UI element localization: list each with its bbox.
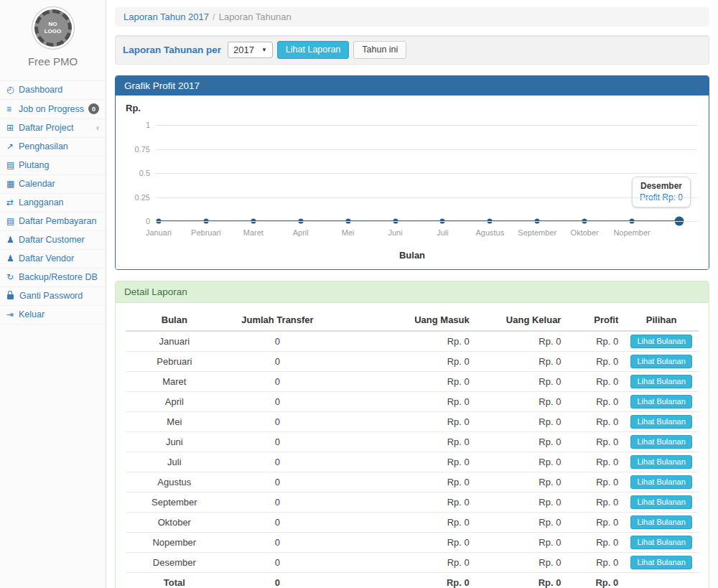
cell-jumlah_transfer: 0: [223, 452, 332, 472]
x-tick-label: Pebruari: [191, 228, 221, 237]
total-uang_masuk: Rp. 0: [332, 573, 475, 588]
sidebar-item-daftar-pembayaran[interactable]: ▤Daftar Pembayaran: [0, 213, 106, 231]
cell-uang_masuk: Rp. 0: [332, 553, 475, 573]
x-tick-label: Nopember: [613, 228, 650, 237]
cell-bulan: Maret: [126, 372, 223, 392]
gridline: [156, 125, 697, 126]
view-monthly-button-april[interactable]: Lihat Bulanan: [630, 395, 691, 409]
cell-uang_keluar: Rp. 0: [475, 372, 567, 392]
cell-uang_keluar: Rp. 0: [475, 452, 567, 472]
cell-jumlah_transfer: 0: [223, 432, 332, 452]
table-row-juni: Juni0Rp. 0Rp. 0Rp. 0Lihat Bulanan: [126, 432, 699, 452]
cell-action: Lihat Bulanan: [624, 392, 699, 412]
sidebar-item-daftar-project[interactable]: ⊞Daftar Project‹: [0, 119, 106, 138]
cell-jumlah_transfer: 0: [223, 392, 332, 412]
view-report-button[interactable]: Lihat Laporan: [277, 41, 349, 59]
x-tick-label: April: [293, 228, 309, 237]
cell-jumlah_transfer: 0: [223, 533, 332, 553]
tasks-icon: ≡: [6, 104, 19, 114]
table-row-mei: Mei0Rp. 0Rp. 0Rp. 0Lihat Bulanan: [126, 412, 699, 432]
view-monthly-button-pebruari[interactable]: Lihat Bulanan: [630, 355, 691, 368]
cell-bulan: Nopember: [126, 533, 223, 553]
column-header-uang-masuk: Uang Masuk: [332, 310, 475, 331]
no-logo-image: NO LOGO: [34, 9, 72, 47]
table-row-april: April0Rp. 0Rp. 0Rp. 0Lihat Bulanan: [126, 392, 699, 412]
sidebar-item-keluar[interactable]: ⇥Keluar: [0, 306, 106, 325]
y-tick-label: 1: [126, 121, 150, 129]
x-tick-label: Juni: [388, 228, 402, 237]
cell-jumlah_transfer: 0: [223, 412, 332, 432]
cell-action: Lihat Bulanan: [624, 452, 699, 472]
cell-jumlah_transfer: 0: [223, 553, 332, 573]
lock-icon: [7, 294, 14, 299]
column-header-jumlah-transfer: Jumlah Transfer: [223, 310, 332, 331]
cell-action: Lihat Bulanan: [624, 412, 699, 432]
cell-jumlah_transfer: 0: [223, 513, 332, 533]
sidebar-item-label: Daftar Project: [19, 123, 96, 133]
sidebar-item-job-on-progress[interactable]: ≡Job on Progress0: [0, 100, 106, 119]
total-profit: Rp. 0: [567, 573, 624, 588]
gridline: [156, 173, 697, 174]
view-monthly-button-september[interactable]: Lihat Bulanan: [630, 495, 691, 509]
x-axis-title: Bulan: [126, 250, 699, 261]
line-chart-icon: ↗: [6, 141, 19, 151]
table-row-juli: Juli0Rp. 0Rp. 0Rp. 0Lihat Bulanan: [126, 452, 699, 472]
cell-uang_masuk: Rp. 0: [332, 352, 475, 372]
cell-profit: Rp. 0: [567, 513, 624, 533]
view-monthly-button-agustus[interactable]: Lihat Bulanan: [630, 475, 691, 489]
cell-uang_keluar: Rp. 0: [475, 513, 567, 533]
sidebar-menu: ◴Dashboard≡Job on Progress0⊞Daftar Proje…: [0, 80, 106, 325]
sidebar-item-label: Job on Progress: [19, 104, 88, 114]
sidebar-item-label: Backup/Restore DB: [19, 272, 99, 282]
gridline: [156, 197, 697, 198]
table-row-desember: Desember0Rp. 0Rp. 0Rp. 0Lihat Bulanan: [126, 553, 699, 573]
cell-profit: Rp. 0: [567, 432, 624, 452]
table-row-pebruari: Pebruari0Rp. 0Rp. 0Rp. 0Lihat Bulanan: [126, 352, 699, 372]
sidebar-item-daftar-vendor[interactable]: ♟Daftar Vendor: [0, 250, 106, 269]
sidebar-item-backup-restore-db[interactable]: ↻Backup/Restore DB: [0, 269, 106, 287]
money-icon: ▤: [6, 216, 19, 226]
cell-profit: Rp. 0: [567, 372, 624, 392]
breadcrumb-separator: /: [213, 11, 215, 22]
breadcrumb-link-laporan-tahun[interactable]: Laporan Tahun 2017: [123, 11, 209, 22]
view-monthly-button-juni[interactable]: Lihat Bulanan: [630, 435, 691, 449]
view-monthly-button-oktober[interactable]: Lihat Bulanan: [630, 515, 691, 529]
cell-action: Lihat Bulanan: [624, 432, 699, 452]
sidebar-item-ganti-password[interactable]: Ganti Password: [0, 287, 106, 306]
sidebar-item-langganan[interactable]: ⇄Langganan: [0, 194, 106, 213]
sidebar-item-label: Calendar: [19, 179, 99, 189]
view-monthly-button-maret[interactable]: Lihat Bulanan: [630, 375, 691, 388]
cell-bulan: Juli: [126, 452, 223, 472]
view-monthly-button-nopember[interactable]: Lihat Bulanan: [630, 536, 691, 549]
refresh-icon: ↻: [6, 272, 19, 282]
sidebar-item-daftar-customer[interactable]: ♟Daftar Customer: [0, 231, 106, 250]
view-monthly-button-juli[interactable]: Lihat Bulanan: [630, 455, 691, 469]
sidebar-item-dashboard[interactable]: ◴Dashboard: [0, 81, 106, 100]
view-monthly-button-mei[interactable]: Lihat Bulanan: [630, 415, 691, 429]
sidebar-item-calendar[interactable]: ▦Calendar: [0, 175, 106, 194]
table-header-row: BulanJumlah TransferUang MasukUang Kelua…: [126, 310, 699, 331]
sidebar-item-penghasilan[interactable]: ↗Penghasilan: [0, 138, 106, 157]
cell-uang_masuk: Rp. 0: [332, 432, 475, 452]
report-filter-bar: Laporan Tahunan per 2017 ▼ Lihat Laporan…: [115, 35, 709, 65]
gridline: [156, 221, 697, 222]
cell-jumlah_transfer: 0: [223, 352, 332, 372]
table-row-maret: Maret0Rp. 0Rp. 0Rp. 0Lihat Bulanan: [126, 372, 699, 392]
cell-profit: Rp. 0: [567, 533, 624, 553]
cell-uang_masuk: Rp. 0: [332, 533, 475, 553]
sidebar-item-piutang[interactable]: ▤Piutang: [0, 157, 106, 175]
cell-bulan: Juni: [126, 432, 223, 452]
table-total-row: Total0Rp. 0Rp. 0Rp. 0: [126, 573, 699, 588]
logo-area: NO LOGO Free PMO: [0, 0, 106, 80]
brand-name: Free PMO: [0, 55, 106, 76]
y-tick-label: 0.75: [126, 145, 150, 154]
sidebar-item-label: Penghasilan: [19, 141, 99, 151]
calendar-icon: ▦: [6, 179, 19, 189]
chevron-down-icon: ▼: [261, 47, 267, 53]
view-monthly-button-januari[interactable]: Lihat Bulanan: [630, 335, 691, 348]
x-tick-label: Maret: [243, 228, 264, 237]
cell-bulan: Mei: [126, 412, 223, 432]
this-year-button[interactable]: Tahun ini: [353, 41, 406, 59]
view-monthly-button-desember[interactable]: Lihat Bulanan: [630, 556, 691, 569]
year-select[interactable]: 2017 ▼: [228, 42, 273, 58]
